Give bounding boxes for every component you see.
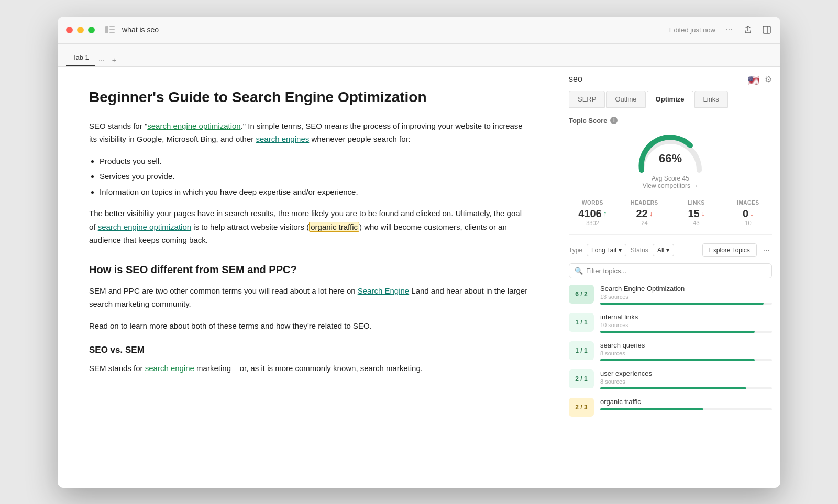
- topic-item-2: 1 / 1 internal links 10 sources: [569, 313, 772, 333]
- explore-topics-button[interactable]: Explore Topics: [702, 243, 757, 257]
- editor-para-2: The better visibility your pages have in…: [89, 207, 528, 247]
- panel-tabs: SERP Outline Optimize Links: [569, 91, 772, 108]
- title-bar: what is seo Edited just now ···: [58, 17, 780, 44]
- editor-para-1: SEO stands for "search engine optimizati…: [89, 119, 528, 146]
- svg-rect-3: [109, 32, 115, 33]
- topic-info-4: user experiences 8 sources: [600, 369, 772, 389]
- stats-row: WORDS 4106 ↑ 3302 HEADERS 22 ↓ 24: [569, 200, 772, 235]
- app-window: what is seo Edited just now ··· Tab 1 ··…: [58, 17, 780, 488]
- filters-row: Type Long Tail ▾ Status All ▾ Explore To…: [569, 243, 772, 257]
- traffic-lights: [66, 27, 95, 33]
- topic-item-1: 6 / 2 Search Engine Optimization 13 sour…: [569, 285, 772, 305]
- topic-bar-bg-4: [600, 387, 772, 389]
- status-select[interactable]: All ▾: [653, 244, 674, 256]
- topic-item-4: 2 / 1 user experiences 8 sources: [569, 369, 772, 389]
- gauge-percent: 66%: [659, 152, 682, 165]
- topic-info-3: search queries 8 sources: [600, 341, 772, 361]
- filter-topics-input[interactable]: [586, 267, 766, 275]
- tab-outline[interactable]: Outline: [606, 91, 645, 108]
- tab-links[interactable]: Links: [694, 91, 728, 108]
- panel-header: seo 🇺🇸 ⚙ SERP Outline Optimize: [560, 67, 780, 108]
- topic-bar-bg-2: [600, 331, 772, 333]
- main-area: Beginner's Guide to Search Engine Optimi…: [58, 67, 780, 488]
- topic-bar-bg-5: [600, 408, 772, 410]
- topic-info-1: Search Engine Optimization 13 sources: [600, 285, 772, 305]
- topic-bar-bg-1: [600, 303, 772, 305]
- highlight-seo-2: search engine optimization: [98, 222, 191, 231]
- editor-para-5: SEM stands for search engine marketing –…: [89, 362, 528, 375]
- chevron-down-icon: ▾: [619, 247, 622, 254]
- more-options-button[interactable]: ···: [724, 25, 734, 35]
- more-options-topics-button[interactable]: ···: [761, 244, 772, 256]
- topic-badge-3: 1 / 1: [569, 341, 594, 360]
- avg-score: Avg Score 45: [652, 175, 689, 182]
- tab-serp[interactable]: SERP: [569, 91, 605, 108]
- panel-body: Topic Score i 66%: [560, 108, 780, 488]
- highlight-search-engines: search engines: [256, 135, 309, 143]
- topic-badge-4: 2 / 1: [569, 369, 594, 388]
- minimize-button[interactable]: [77, 27, 84, 33]
- editor-bullet-list: Products you sell. Services you provide.…: [100, 154, 528, 199]
- topic-bar-fill-3: [600, 359, 755, 361]
- tab-1-label: Tab 1: [72, 53, 89, 61]
- edit-status: Edited just now: [669, 26, 715, 34]
- topic-item-3: 1 / 1 search queries 8 sources: [569, 341, 772, 361]
- topic-info-5: organic traffic: [600, 398, 772, 410]
- title-bar-actions: Edited just now ···: [669, 25, 772, 35]
- search-icon: 🔍: [575, 267, 583, 275]
- view-competitors-link[interactable]: View competitors →: [643, 182, 698, 189]
- right-panel: seo 🇺🇸 ⚙ SERP Outline Optimize: [560, 67, 780, 488]
- stat-words: WORDS 4106 ↑ 3302: [569, 200, 616, 226]
- share-button[interactable]: [743, 25, 753, 35]
- document-title: what is seo: [122, 26, 669, 34]
- gauge-text: 66%: [659, 152, 682, 165]
- highlight-search-engine-land: Search Engine: [358, 286, 409, 295]
- editor-heading-3: SEO vs. SEM: [89, 345, 528, 355]
- topic-bar-fill-4: [600, 387, 746, 389]
- bullet-item-1: Products you sell.: [100, 154, 528, 168]
- svg-rect-4: [763, 26, 770, 33]
- close-button[interactable]: [66, 27, 73, 33]
- topics-list: 6 / 2 Search Engine Optimization 13 sour…: [569, 285, 772, 417]
- highlight-organic-traffic: organic traffic: [309, 222, 359, 232]
- panel-toggle-button[interactable]: [762, 25, 772, 35]
- svg-rect-1: [109, 26, 115, 27]
- topic-badge-1: 6 / 2: [569, 285, 594, 304]
- gauge-container: 66% Avg Score 45 View competitors →: [569, 131, 772, 189]
- tab-optimize[interactable]: Optimize: [647, 91, 693, 108]
- bullet-item-2: Services you provide.: [100, 170, 528, 183]
- stat-links: LINKS 15 ↓ 43: [672, 200, 720, 226]
- links-arrow-icon: ↓: [701, 209, 705, 218]
- flag-icon: 🇺🇸: [748, 75, 759, 83]
- tab-more-button[interactable]: ···: [95, 54, 108, 66]
- panel-header-icons: 🇺🇸 ⚙: [748, 74, 772, 84]
- words-arrow-icon: ↑: [603, 209, 607, 218]
- chevron-down-icon-2: ▾: [666, 247, 669, 254]
- settings-icon[interactable]: ⚙: [765, 74, 772, 84]
- topic-bar-fill-1: [600, 303, 764, 305]
- editor-area[interactable]: Beginner's Guide to Search Engine Optimi…: [58, 67, 560, 488]
- stat-headers: HEADERS 22 ↓ 24: [621, 200, 668, 226]
- editor-heading-2: How is SEO different from SEM and PPC?: [89, 264, 528, 276]
- sidebar-toggle-icon[interactable]: [105, 25, 116, 35]
- type-select[interactable]: Long Tail ▾: [587, 244, 626, 256]
- panel-keyword: seo: [569, 74, 582, 84]
- images-arrow-icon: ↓: [750, 209, 754, 218]
- tab-1[interactable]: Tab 1: [66, 49, 95, 66]
- topic-info-2: internal links 10 sources: [600, 313, 772, 333]
- editor-heading-1: Beginner's Guide to Search Engine Optimi…: [89, 88, 528, 107]
- topic-badge-5: 2 / 3: [569, 398, 594, 417]
- topic-bar-fill-5: [600, 408, 703, 410]
- editor-para-3: SEM and PPC are two other common terms y…: [89, 284, 528, 311]
- tabs-bar: Tab 1 ··· +: [58, 44, 780, 67]
- info-icon: i: [610, 117, 618, 124]
- svg-rect-0: [105, 26, 108, 33]
- fullscreen-button[interactable]: [88, 27, 95, 33]
- topic-score-section: Topic Score i 66%: [569, 117, 772, 189]
- topic-badge-2: 1 / 1: [569, 313, 594, 332]
- highlight-search-engine-optimization-1: search engine optimization: [147, 121, 240, 130]
- filter-input-row: 🔍: [569, 263, 772, 278]
- topic-score-title: Topic Score i: [569, 117, 772, 125]
- topic-item-5: 2 / 3 organic traffic: [569, 398, 772, 417]
- tab-add-button[interactable]: +: [108, 54, 120, 66]
